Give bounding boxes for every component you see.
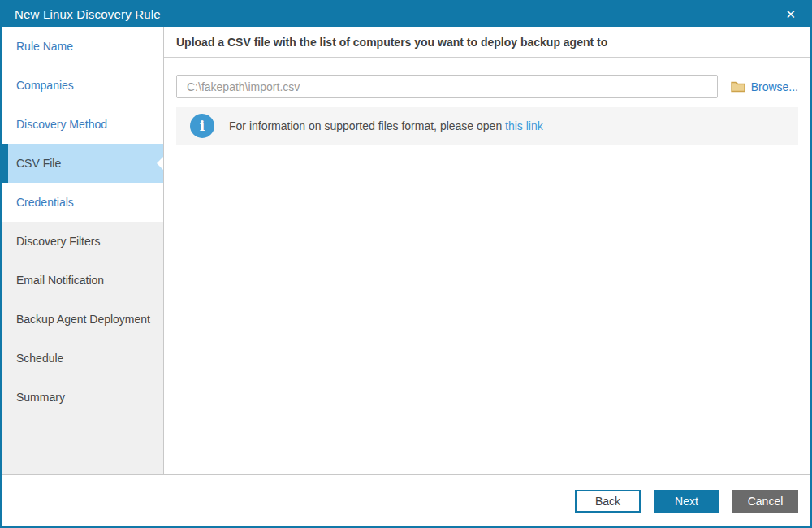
file-upload-row: Browse... [176,75,798,98]
wizard-steps-sidebar: Rule Name Companies Discovery Method CSV… [2,27,164,474]
cancel-button[interactable]: Cancel [732,490,798,513]
sidebar-item-label: CSV File [16,157,61,170]
new-linux-discovery-rule-dialog: New Linux Discovery Rule ✕ Rule Name Com… [0,0,812,528]
dialog-footer: Back Next Cancel [2,474,810,526]
sidebar-item-discovery-filters: Discovery Filters [2,222,163,261]
sidebar-filler [2,417,163,474]
info-banner-text: For information on supported files forma… [229,119,543,132]
info-icon: i [190,114,214,138]
sidebar-item-label: Backup Agent Deployment [16,313,150,326]
sidebar-item-label: Discovery Method [16,118,107,131]
sidebar-item-label: Summary [16,391,65,404]
step-body: Browse... i For information on supported… [164,58,810,474]
step-content: Upload a CSV file with the list of compu… [164,27,810,474]
sidebar-item-label: Rule Name [16,40,73,53]
dialog-title: New Linux Discovery Rule [15,7,161,21]
info-banner: i For information on supported files for… [176,107,798,145]
sidebar-item-label: Schedule [16,352,63,365]
info-banner-message: For information on supported files forma… [229,119,505,132]
sidebar-item-summary: Summary [2,378,163,417]
sidebar-item-credentials[interactable]: Credentials [2,183,163,222]
sidebar-item-email-notification: Email Notification [2,261,163,300]
folder-icon [731,80,745,93]
sidebar-item-discovery-method[interactable]: Discovery Method [2,105,163,144]
browse-label: Browse... [751,80,798,93]
csv-file-path-input[interactable] [176,75,718,98]
close-icon[interactable]: ✕ [782,6,799,22]
browse-button[interactable]: Browse... [731,80,798,93]
sidebar-item-label: Email Notification [16,274,104,287]
sidebar-item-rule-name[interactable]: Rule Name [2,27,163,66]
sidebar-item-schedule: Schedule [2,339,163,378]
sidebar-item-label: Discovery Filters [16,235,100,248]
dialog-titlebar: New Linux Discovery Rule ✕ [2,2,810,27]
next-button[interactable]: Next [654,490,719,513]
sidebar-item-backup-agent-deployment: Backup Agent Deployment [2,300,163,339]
sidebar-item-csv-file[interactable]: CSV File [2,144,163,183]
sidebar-item-companies[interactable]: Companies [2,66,163,105]
sidebar-item-label: Companies [16,79,74,92]
supported-files-format-link[interactable]: this link [505,119,543,132]
back-button[interactable]: Back [575,490,641,513]
step-title: Upload a CSV file with the list of compu… [164,27,810,58]
sidebar-item-label: Credentials [16,196,74,209]
dialog-body: Rule Name Companies Discovery Method CSV… [2,27,810,474]
